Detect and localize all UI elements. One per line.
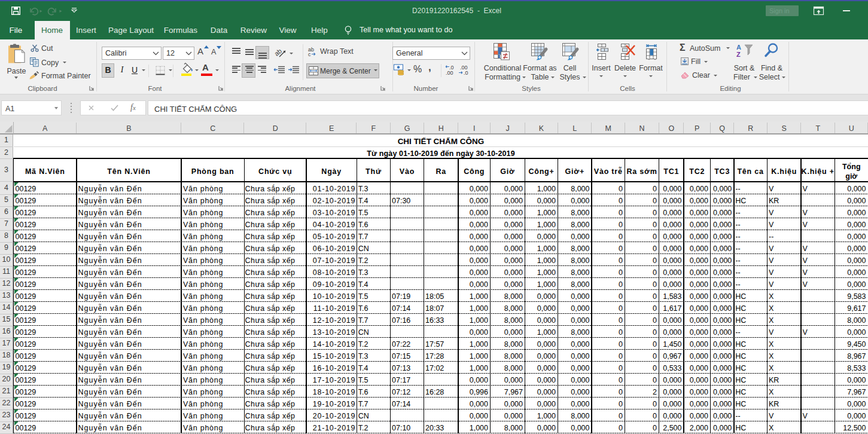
svg-text:A: A (736, 44, 741, 51)
svg-text:c: c (308, 51, 311, 57)
svg-text:Z: Z (736, 51, 741, 58)
svg-text:.00: .00 (446, 70, 453, 76)
svg-text:.0: .0 (464, 70, 468, 76)
